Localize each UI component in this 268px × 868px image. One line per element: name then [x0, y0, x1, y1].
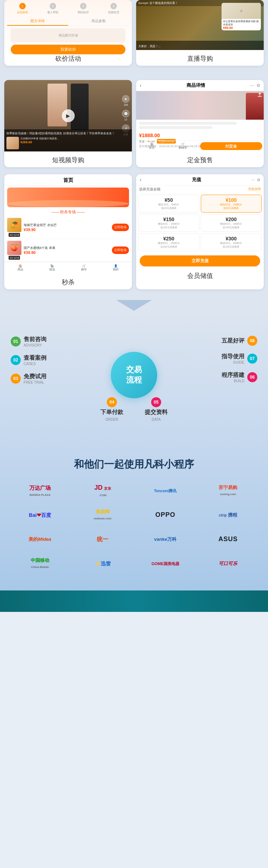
live-product-image: 壶	[222, 3, 261, 19]
skeleton-line-2	[139, 126, 212, 129]
charge-option-250[interactable]: ¥250 赠送50元，250积分送180元优惠券	[138, 233, 199, 251]
flow-item-build: 06 程序搭建 BUILD	[222, 371, 257, 383]
charge-bonus-50: 赠送20元，50积分送30元优惠券	[140, 203, 198, 210]
member-pay-button[interactable]: 立即充值	[140, 255, 260, 266]
uni-text: 统一	[97, 536, 108, 542]
flow-en-data: DATA	[152, 418, 160, 421]
asus-logo: ASUS	[218, 535, 238, 543]
step-2: 2 邀人帮砍	[47, 3, 59, 14]
video-bottom: 秋季新款毛绒领！同款量#型好看同款找朋友 好朋友分享让好友！节目将带来友友友！ …	[4, 129, 132, 151]
flow-num-06: 06	[247, 372, 257, 382]
step-2-label: 邀人帮砍	[47, 10, 59, 14]
footer-store[interactable]: 🏪精选	[36, 262, 68, 274]
member-back-icon[interactable]: ‹	[140, 177, 142, 183]
footer-me[interactable]: 👤我的	[100, 262, 132, 274]
video-screen: ▶ ♥ 136 💬 12 ↗ 分享 秋季新款毛绒领！同款量#型好看同款找朋友 好…	[4, 80, 132, 151]
more-icon[interactable]: ···	[250, 83, 254, 88]
vanke-text: vanke万科	[154, 537, 177, 542]
footer-cart[interactable]: 🛒购物车	[167, 141, 198, 151]
flow-cn-data: 提交资料	[145, 409, 168, 416]
partner-meituan: 美团网 meituan.com	[74, 506, 132, 524]
charge-option-300[interactable]: ¥300 赠送60元，300积分送200元优惠券	[201, 233, 262, 251]
cmcc-logo: 中国移动 China Mobile	[31, 558, 49, 570]
step-1-circle: 1	[19, 3, 26, 9]
presale-actions: ··· ⊙	[250, 83, 260, 88]
back-icon[interactable]: ‹	[140, 83, 142, 88]
seckill-timer-1: 12:12:8	[9, 233, 20, 237]
xunlei-text: ⚡迅雷	[95, 561, 111, 567]
charge-header-row: 选择充值金额 充值说明	[136, 185, 264, 193]
charge-option-50[interactable]: ¥50 赠送20元，50积分送30元优惠券	[138, 195, 199, 213]
footer-home-seckill[interactable]: 🏠商品	[4, 262, 36, 274]
flow-layout: 01 售前咨询 ADVISORY 02 查看案例 CASES 03 免费试用 F…	[7, 325, 261, 425]
partner-coke: 可口可乐	[199, 555, 258, 573]
flow-item-order: 04 下单付款 ORDER	[100, 397, 123, 421]
partner-uni: 统一	[74, 530, 132, 548]
member-more-icon[interactable]: ···	[252, 178, 255, 182]
flow-text-guide: 指导使用 GUIDE	[222, 353, 244, 364]
flow-cn-advisory: 售前咨询	[24, 336, 46, 343]
charge-bonus-300: 赠送60元，300积分送200元优惠券	[203, 241, 260, 249]
presale-label: 定金预售	[136, 151, 264, 167]
presale-card: ‹ 商品详情 ··· ⊙	[136, 80, 264, 167]
flow-item-praise: 08 五星好评	[222, 336, 257, 346]
uni-logo: 统一	[97, 536, 108, 543]
flow-en-guide: GUIDE	[222, 360, 244, 364]
flow-center: 交易流程	[111, 352, 157, 398]
street-bg	[136, 91, 264, 120]
charge-option-200[interactable]: ¥200 赠送60元，200积分送150元优惠券	[201, 214, 262, 232]
partner-wanda: 万达广场 WANDA PLAZA	[11, 482, 69, 500]
charge-amount-50: ¥50	[140, 197, 198, 203]
seckill-item-2: 🍑 12:12:8 国产水蜜桃6个装 单果 ¥39.90 立即秒杀	[4, 239, 132, 262]
seckill-btn-2[interactable]: 立即秒杀	[112, 246, 129, 254]
member-home-icon[interactable]: ⊙	[257, 178, 260, 182]
video-card: ▶ ♥ 136 💬 12 ↗ 分享 秋季新款毛绒领！同款量#型好看同款找朋友 好…	[4, 80, 132, 167]
upload-icon[interactable]	[257, 93, 262, 99]
presale-pay-button[interactable]: 付定金	[200, 142, 263, 150]
wanda-logo: 万达广场 WANDA PLAZA	[29, 484, 51, 498]
charge-option-150[interactable]: ¥150 赠送40元，150积分送100元优惠券	[138, 214, 199, 232]
cmcc-en: China Mobile	[31, 565, 49, 569]
presale-title: 商品详情	[187, 82, 205, 89]
video-play-button[interactable]: ▶	[62, 109, 75, 122]
flow-item-cases: 02 查看案例 CASES	[11, 354, 46, 366]
video-desc: 秋季新款毛绒领！同款量#型好看同款找朋友 好朋友分享让好友！节目将带来友友友！	[6, 131, 130, 135]
like-icon[interactable]: ♥	[122, 95, 130, 103]
flow-num-03: 03	[11, 374, 21, 384]
vanke-logo: vanke万科	[154, 537, 177, 543]
flow-en-cases: CASES	[24, 362, 46, 366]
live-card: Sunsy6: 这个颜值真的很好看！ 壶 办公室养生壶加厚玻璃多功能 烧水壶送你…	[136, 0, 264, 66]
partner-jd: JD 京东 .COM	[74, 482, 132, 500]
seckill-header: 首页	[4, 174, 132, 185]
product-thumb-1	[6, 137, 19, 149]
partners-section: 和他们一起使用凡科小程序 万达广场 WANDA PLAZA JD 京东 .COM…	[0, 443, 268, 590]
flow-section: 01 售前咨询 ADVISORY 02 查看案例 CASES 03 免费试用 F…	[0, 311, 268, 443]
partner-ctrip: ctrip 携程	[199, 506, 258, 524]
flow-num-08: 08	[247, 336, 257, 346]
home-icon[interactable]: ⊙	[257, 83, 260, 88]
footer-home[interactable]: 🏠首页	[136, 141, 167, 151]
partner-xunlei: ⚡迅雷	[74, 555, 132, 573]
coke-text: 可口可乐	[219, 561, 237, 566]
seckill-timer-2: 12:12:8	[9, 256, 20, 260]
kanjia-product-placeholder: 商品图片区域	[59, 33, 78, 38]
partner-midea: 美的Midea	[11, 530, 69, 548]
flow-left: 01 售前咨询 ADVISORY 02 查看案例 CASES 03 免费试用 F…	[11, 336, 46, 384]
seckill-item-price-2: ¥39.90	[24, 250, 110, 255]
tab-graphic[interactable]: 图文详情	[7, 17, 68, 26]
seckill-btn-1[interactable]: 立即秒杀	[112, 224, 129, 231]
charge-option-100[interactable]: ¥100 赠送20元，100积分送30元优惠券	[201, 195, 262, 213]
step-3: 3 我的砍价	[78, 3, 89, 14]
comment-icon[interactable]: 💬	[122, 110, 130, 118]
product-price-1: ¥269.69	[20, 140, 130, 144]
flow-num-02: 02	[11, 355, 21, 365]
flow-text-trial: 免费试用 FREE TRIAL	[24, 373, 46, 384]
flow-bottom: 04 下单付款 ORDER 05 提交资料 DATA	[100, 397, 168, 421]
presale-product-image	[136, 91, 264, 120]
presale-skeleton	[136, 120, 264, 131]
charge-amount-100: ¥100	[203, 197, 260, 203]
baidu-logo: Bai❤百度	[29, 512, 51, 519]
footer-cart-seckill[interactable]: 🛒购车	[68, 262, 100, 274]
tab-specs[interactable]: 商品参数	[68, 17, 129, 26]
product-info-1: 汉吉碗2019年多 找款旅行地居居... ¥269.69	[20, 137, 130, 149]
